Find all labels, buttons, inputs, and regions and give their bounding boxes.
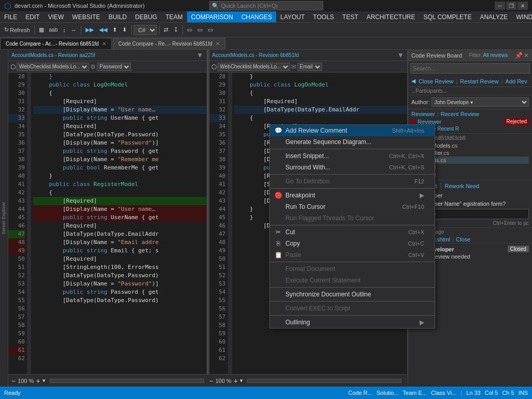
context-menu: 💬 Add Review Comment Shift+Alt+Ins Gener… bbox=[269, 124, 435, 329]
toolbar-btn-1[interactable]: ▦ bbox=[37, 24, 46, 36]
menu-layout[interactable]: LAYOUT bbox=[276, 11, 309, 22]
ctx-add-review-comment[interactable]: 💬 Add Review Comment Shift+Alt+Ins bbox=[270, 125, 435, 136]
menu-team[interactable]: TEAM bbox=[161, 11, 186, 22]
menu-test[interactable]: TEST bbox=[338, 11, 363, 22]
language-dropdown[interactable]: C# bbox=[134, 25, 157, 35]
status-tab-team[interactable]: Team E... bbox=[403, 390, 427, 396]
code-line: [Display(Name = "Password")] bbox=[33, 280, 207, 288]
toolbar-btn-10[interactable]: ▭ bbox=[185, 24, 194, 36]
status-bar: Ready Code R... Solutio... Team E... Cla… bbox=[0, 387, 532, 399]
tab-left-close[interactable]: ✕ bbox=[102, 41, 106, 47]
left-margin bbox=[27, 73, 31, 374]
code-line: public bool RememberMe { get bbox=[33, 164, 207, 172]
right-pane-scroll-btn[interactable]: ▼ bbox=[397, 51, 404, 59]
menu-sql[interactable]: SQL COMPLETE bbox=[420, 11, 476, 22]
restore-button[interactable]: ❐ bbox=[506, 2, 516, 10]
left-code-content[interactable]: 2829303132 3334353637 3839404142 4344454… bbox=[8, 73, 207, 374]
menu-edit[interactable]: EDIT bbox=[21, 11, 44, 22]
right-pane-header: AccountModels.cs - Revision 6b851fd ▼ bbox=[209, 50, 408, 61]
ctx-run-to-cursor[interactable]: Run To Cursor Ctrl+F10 bbox=[270, 201, 435, 212]
toolbar-btn-11[interactable]: ▭ bbox=[195, 24, 205, 36]
menu-window[interactable]: WINDOW bbox=[512, 11, 532, 22]
ctx-shortcut: Shift+Alt+Ins bbox=[392, 127, 424, 134]
left-method-dropdown[interactable]: Password bbox=[97, 63, 131, 71]
toolbar-btn-6[interactable]: ◀◀ bbox=[97, 24, 109, 36]
menu-bar: FILE EDIT VIEW WEBSITE BUILD DEBUG TEAM … bbox=[0, 11, 532, 23]
refresh-button[interactable]: ↻ Refresh bbox=[2, 24, 32, 36]
close-button[interactable]: ✕ bbox=[517, 2, 528, 10]
left-code-lines[interactable]: } public class LogOnModel { [Required] [… bbox=[31, 73, 207, 374]
toolbar-separator-2 bbox=[81, 25, 81, 35]
status-tab-solution[interactable]: Solutio... bbox=[377, 390, 399, 396]
left-class-dropdown[interactable]: WebChecklist.Models.Lo... bbox=[17, 63, 89, 71]
menu-view[interactable]: VIEW bbox=[44, 11, 68, 22]
recent-review-link[interactable]: Recent Review bbox=[441, 111, 479, 117]
menu-architecture[interactable]: ARCHITECTURE bbox=[362, 11, 419, 22]
right-zoom-out[interactable]: − bbox=[208, 377, 214, 385]
side-panel-left[interactable]: Server Explorer bbox=[0, 50, 8, 387]
status-tab-class-view[interactable]: Class Vi... bbox=[431, 390, 456, 396]
menu-file[interactable]: FILE bbox=[0, 11, 21, 22]
left-pane-close[interactable]: ▼ bbox=[196, 51, 203, 59]
review-pin-button[interactable]: 📌 bbox=[515, 52, 523, 59]
right-method-dropdown[interactable]: Email bbox=[297, 63, 322, 71]
menu-build[interactable]: BUILD bbox=[104, 11, 131, 22]
tab-right[interactable]: Code Compare - Re...- Revision 6b851fd ✕ bbox=[113, 38, 225, 49]
review-panel-title: Code Review Board bbox=[411, 52, 462, 59]
tab-right-close[interactable]: ✕ bbox=[215, 41, 220, 47]
back-button[interactable]: ◀ bbox=[410, 77, 416, 86]
ctx-generate-sequence[interactable]: Generate Sequence Diagram... bbox=[270, 136, 435, 148]
toolbar-separator-1 bbox=[34, 25, 35, 35]
review-close-button[interactable]: ✕ bbox=[524, 52, 529, 59]
ctx-insert-snippet[interactable]: Insert Snippet... Ctrl+K, Ctrl+X bbox=[270, 150, 435, 162]
menu-website[interactable]: WEBSITE bbox=[68, 11, 104, 22]
add-rev-button[interactable]: Add Rev bbox=[505, 77, 528, 86]
review-filter-value: All reviews bbox=[483, 52, 508, 58]
right-zoom-in[interactable]: + bbox=[233, 377, 239, 385]
toolbar-btn-5[interactable]: ▶▶ bbox=[83, 24, 96, 36]
scroll-bar-left[interactable] bbox=[50, 379, 204, 383]
toolbar-btn-7[interactable]: ⬆ bbox=[110, 24, 119, 36]
tab-left[interactable]: Code Compare - Ac...- Revision 6b851fd ✕ bbox=[0, 38, 112, 49]
ctx-label: Outlining bbox=[285, 319, 310, 326]
toolbar-btn-12[interactable]: ▭ bbox=[206, 24, 215, 36]
menu-analyze[interactable]: ANALYZE bbox=[476, 11, 512, 22]
toolbar-btn-2[interactable]: aab bbox=[47, 24, 60, 36]
close-comment-button[interactable]: Close bbox=[456, 236, 470, 243]
author-dropdown[interactable]: John Develope ▾ bbox=[432, 97, 529, 107]
ctx-label: Execute Current Statement bbox=[285, 277, 361, 284]
toolbar-btn-8[interactable]: ⬇ bbox=[120, 24, 129, 36]
minimize-button[interactable]: ─ bbox=[495, 2, 505, 10]
toolbar-btn-9[interactable]: ↧ bbox=[171, 24, 180, 36]
status-tab-code-review[interactable]: Code R... bbox=[348, 390, 372, 396]
review-search-input[interactable] bbox=[410, 63, 530, 74]
menu-debug[interactable]: DEBUG bbox=[131, 11, 162, 22]
toolbar-btn-sync[interactable]: ⇄ bbox=[162, 24, 170, 36]
left-zoom-dropdown[interactable]: ▾ bbox=[42, 377, 46, 384]
left-zoom-out[interactable]: − bbox=[10, 377, 17, 385]
ctx-separator bbox=[270, 262, 435, 262]
toolbar-btn-3[interactable]: ↕ bbox=[61, 24, 68, 36]
ctx-copy[interactable]: ⎘ Copy Ctrl+C bbox=[270, 238, 435, 249]
left-zoom-in[interactable]: + bbox=[35, 377, 41, 385]
menu-changes[interactable]: CHANGES bbox=[237, 11, 276, 22]
close-review-button[interactable]: Close Review bbox=[418, 77, 454, 86]
ctx-breakpoint[interactable]: 🔴 Breakpoint ▶ bbox=[270, 190, 435, 201]
ctx-label: Copy bbox=[285, 240, 300, 247]
right-zoom-dropdown[interactable]: ▾ bbox=[240, 377, 243, 384]
scroll-bar-right[interactable] bbox=[247, 379, 401, 383]
toolbar-btn-4[interactable]: ↔ bbox=[69, 24, 79, 36]
quick-launch-bar[interactable]: 🔍 Quick Launch (Ctrl+Q) bbox=[209, 1, 323, 10]
title-bar: ⬡ devart.com - Microsoft Visual Studio (… bbox=[0, 0, 532, 11]
restart-review-button[interactable]: Restart Review bbox=[459, 77, 500, 86]
right-class-dropdown[interactable]: WebChecklist.Models.Lo... bbox=[218, 63, 290, 71]
rework-tab[interactable]: Rework Need bbox=[444, 182, 481, 190]
ctx-sync-outline[interactable]: Synchronize Document Outline bbox=[270, 289, 435, 300]
menu-tools[interactable]: TOOLS bbox=[309, 11, 338, 22]
menu-comparison[interactable]: COMPARISON bbox=[187, 11, 237, 22]
ctx-surround-with[interactable]: Surround With... Ctrl+K, Ctrl+S bbox=[270, 162, 435, 173]
ctx-cut[interactable]: ✂ Cut Ctrl+X bbox=[270, 226, 435, 238]
ctx-outlining[interactable]: Outlining ▶ bbox=[270, 317, 435, 328]
breakpoint-icon: 🔴 bbox=[274, 191, 282, 200]
server-explorer-label: Server Explorer bbox=[2, 202, 7, 235]
